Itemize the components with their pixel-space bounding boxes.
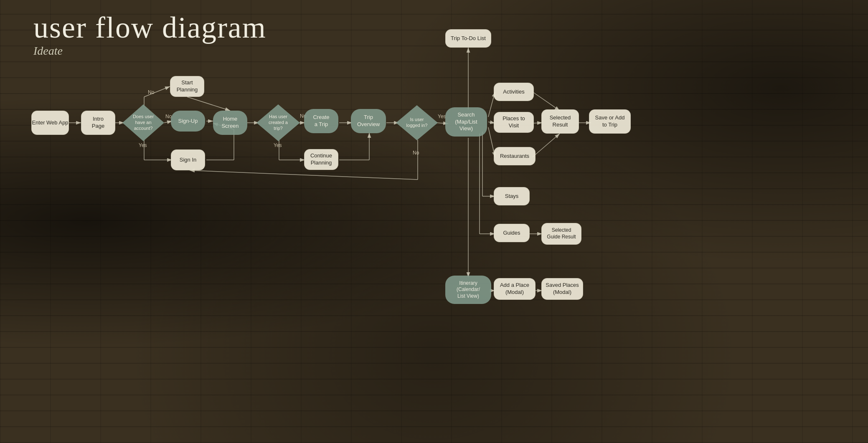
node-sign-up-label: Sign-Up (178, 118, 198, 125)
node-continue-planning: ContinuePlanning (304, 149, 338, 170)
svg-line-23 (190, 170, 418, 180)
node-trip-todo: Trip To-Do List (445, 29, 491, 48)
svg-text:Yes: Yes (438, 114, 446, 119)
svg-text:No: No (148, 89, 155, 95)
node-intro-page-label: IntroPage (92, 116, 104, 130)
node-sign-in-label: Sign In (180, 157, 196, 164)
node-places-to-visit-label: Places toVisit (503, 115, 525, 129)
svg-line-12 (187, 97, 230, 111)
node-stays-label: Stays (505, 193, 519, 200)
node-trip-overview: TripOverview (351, 109, 386, 133)
node-create-trip: Createa Trip (304, 109, 338, 133)
svg-line-34 (533, 123, 542, 123)
node-places-to-visit: Places toVisit (494, 112, 534, 133)
node-start-planning-label: StartPlanning (177, 79, 198, 94)
node-restaurants: Restaurants (494, 147, 536, 165)
node-restaurants-label: Restaurants (500, 153, 529, 160)
node-start-planning: StartPlanning (170, 76, 204, 97)
node-stays: Stays (494, 187, 530, 205)
node-guides-label: Guides (503, 230, 520, 237)
node-sign-up: Sign-Up (171, 111, 205, 132)
node-enter-web-app-label: Enter Web App (32, 119, 68, 127)
node-selected-result: SelectedResult (541, 109, 579, 134)
node-itinerary-label: Itinerary(Calendar/List View) (457, 280, 480, 300)
node-does-user-label: Does userhave anaccount? (129, 114, 157, 131)
node-selected-guide-label: SelectedGuide Result (547, 227, 576, 240)
node-intro-page: IntroPage (81, 111, 115, 135)
node-is-user-logged-label: Is userlogged in? (403, 117, 431, 129)
node-home-screen: HomeScreen (213, 111, 247, 135)
diagram-svg: No No Yes No Yes Yes No (0, 0, 868, 443)
node-save-add-trip: Save or Addto Trip (589, 109, 631, 134)
svg-text:No: No (413, 150, 419, 156)
svg-text:Yes: Yes (274, 142, 282, 148)
node-selected-result-label: SelectedResult (550, 114, 571, 129)
node-enter-web-app: Enter Web App (31, 111, 69, 135)
node-sign-in: Sign In (171, 149, 205, 170)
node-has-user-label: Has usercreated atrip? (266, 114, 290, 131)
node-activities: Activities (494, 83, 534, 101)
node-search-map: Search(Map/ListView) (445, 107, 487, 137)
node-trip-overview-label: TripOverview (357, 114, 380, 128)
node-saved-places: Saved Places(Modal) (541, 278, 583, 300)
svg-line-35 (533, 134, 560, 157)
node-trip-todo-label: Trip To-Do List (451, 35, 486, 42)
node-home-screen-label: HomeScreen (221, 116, 239, 130)
svg-text:Yes: Yes (139, 142, 147, 148)
node-activities-label: Activities (503, 89, 524, 96)
node-itinerary: Itinerary(Calendar/List View) (445, 276, 491, 304)
node-add-place: Add a Place(Modal) (494, 278, 536, 300)
node-add-place-label: Add a Place(Modal) (500, 282, 529, 296)
node-saved-places-label: Saved Places(Modal) (546, 282, 579, 296)
node-create-trip-label: Createa Trip (313, 114, 329, 128)
node-continue-planning-label: ContinuePlanning (310, 152, 332, 167)
node-save-add-trip-label: Save or Addto Trip (595, 114, 625, 129)
node-selected-guide: SelectedGuide Result (541, 223, 581, 245)
node-guides: Guides (494, 224, 530, 242)
node-search-map-label: Search(Map/ListView) (455, 111, 477, 133)
svg-line-33 (533, 92, 560, 111)
